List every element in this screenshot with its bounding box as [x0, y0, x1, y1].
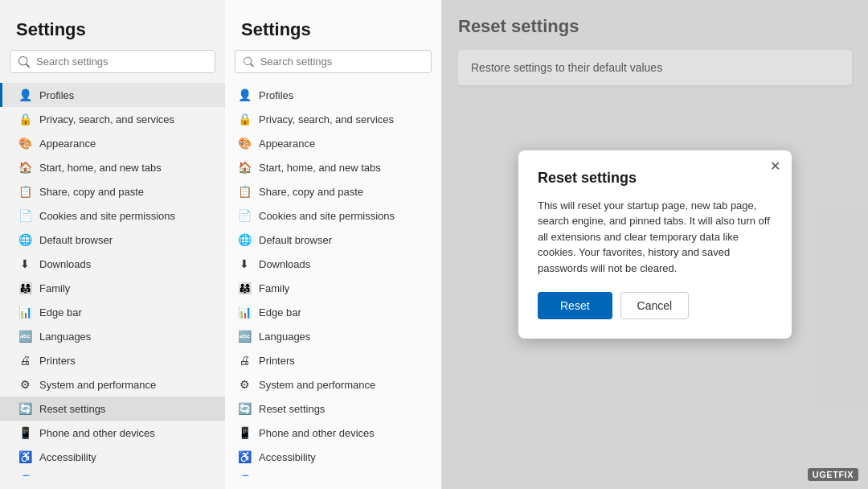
sidebar-label-accessibility: Accessibility: [39, 451, 96, 463]
sidebar-label-privacy: Privacy, search, and services: [39, 113, 174, 125]
about-edge-middle-icon: 🌀: [238, 475, 251, 476]
middle-label-profiles: Profiles: [259, 89, 293, 101]
middle-item-cookies[interactable]: 📄 Cookies and site permissions: [225, 203, 441, 228]
middle-item-languages[interactable]: 🔤 Languages: [225, 324, 441, 348]
middle-item-share-copy[interactable]: 📋 Share, copy and paste: [225, 179, 441, 203]
middle-item-profiles[interactable]: 👤 Profiles: [225, 83, 441, 107]
sidebar-item-phone-devices[interactable]: 📱 Phone and other devices: [0, 421, 225, 445]
sidebar-item-profiles[interactable]: 👤 Profiles: [0, 83, 225, 107]
sidebar-item-family[interactable]: 👨‍👩‍👧 Family: [0, 276, 225, 300]
sidebar-search-box[interactable]: [10, 50, 215, 73]
middle-label-system-performance: System and performance: [259, 379, 375, 391]
cancel-button[interactable]: Cancel: [620, 292, 690, 319]
right-panel: Reset settings Restore settings to their…: [442, 0, 868, 489]
search-icon: [18, 56, 30, 68]
downloads-icon: ⬇: [18, 257, 31, 270]
sidebar-item-default-browser[interactable]: 🌐 Default browser: [0, 228, 225, 252]
sidebar-search-input[interactable]: [36, 55, 207, 68]
sidebar-label-family: Family: [39, 282, 70, 294]
sidebar-item-downloads[interactable]: ⬇ Downloads: [0, 252, 225, 276]
middle-item-privacy[interactable]: 🔒 Privacy, search, and services: [225, 107, 441, 131]
middle-item-edge-bar[interactable]: 📊 Edge bar: [225, 300, 441, 324]
sidebar-item-appearance[interactable]: 🎨 Appearance: [0, 131, 225, 155]
accessibility-icon: ♿: [18, 450, 31, 463]
profiles-icon: 👤: [18, 88, 31, 101]
middle-nav: 👤 Profiles 🔒 Privacy, search, and servic…: [225, 83, 441, 476]
sidebar-item-printers[interactable]: 🖨 Printers: [0, 348, 225, 372]
middle-panel-title: Settings: [225, 13, 441, 50]
sidebar-item-about-edge[interactable]: 🌀 About Microsoft Edge: [0, 469, 225, 476]
edge-bar-middle-icon: 📊: [238, 306, 251, 318]
reset-button[interactable]: Reset: [538, 292, 612, 319]
sidebar-label-about-edge: About Microsoft Edge: [39, 475, 139, 477]
dialog-title: Reset settings: [538, 170, 772, 187]
sidebar-item-reset-settings[interactable]: 🔄 Reset settings: [0, 397, 225, 421]
middle-item-start-home[interactable]: 🏠 Start, home, and new tabs: [225, 155, 441, 179]
dialog-overlay: ✕ Reset settings This will reset your st…: [442, 0, 868, 489]
sidebar-item-start-home[interactable]: 🏠 Start, home, and new tabs: [0, 155, 225, 179]
cookies-middle-icon: 📄: [238, 209, 251, 222]
downloads-middle-icon: ⬇: [238, 257, 251, 270]
sidebar-label-system-performance: System and performance: [39, 379, 156, 391]
family-middle-icon: 👨‍👩‍👧: [238, 281, 251, 294]
middle-panel: Settings 👤 Profiles 🔒 Privacy, search, a…: [225, 0, 442, 489]
system-performance-middle-icon: ⚙: [238, 378, 251, 391]
middle-item-default-browser[interactable]: 🌐 Default browser: [225, 228, 441, 252]
watermark: UGETFIX: [808, 468, 858, 481]
sidebar-item-privacy[interactable]: 🔒 Privacy, search, and services: [0, 107, 225, 131]
cookies-icon: 📄: [18, 209, 31, 222]
middle-label-reset-settings: Reset settings: [259, 403, 325, 415]
privacy-middle-icon: 🔒: [238, 113, 251, 125]
family-icon: 👨‍👩‍👧: [18, 281, 31, 294]
middle-item-appearance[interactable]: 🎨 Appearance: [225, 131, 441, 155]
edge-bar-icon: 📊: [18, 306, 31, 318]
share-copy-icon: 📋: [18, 185, 31, 198]
sidebar-item-accessibility[interactable]: ♿ Accessibility: [0, 445, 225, 469]
appearance-icon: 🎨: [18, 137, 31, 150]
middle-search-input[interactable]: [260, 55, 423, 68]
about-edge-icon: 🌀: [18, 475, 31, 476]
middle-item-family[interactable]: 👨‍👩‍👧 Family: [225, 276, 441, 300]
dialog-actions: Reset Cancel: [538, 292, 772, 319]
profiles-middle-icon: 👤: [238, 88, 251, 101]
middle-label-start-home: Start, home, and new tabs: [259, 162, 381, 174]
middle-label-edge-bar: Edge bar: [259, 306, 301, 318]
appearance-middle-icon: 🎨: [238, 137, 251, 150]
sidebar-item-languages[interactable]: 🔤 Languages: [0, 324, 225, 348]
middle-label-cookies: Cookies and site permissions: [259, 210, 395, 222]
middle-label-appearance: Appearance: [259, 138, 315, 150]
middle-item-phone-devices[interactable]: 📱 Phone and other devices: [225, 421, 441, 445]
phone-devices-middle-icon: 📱: [238, 426, 251, 439]
middle-label-family: Family: [259, 282, 289, 294]
left-sidebar: Settings 👤 Profiles 🔒 Privacy, search, a…: [0, 0, 225, 489]
middle-search-box[interactable]: [235, 50, 432, 73]
middle-label-share-copy: Share, copy and paste: [259, 186, 363, 198]
sidebar-label-reset-settings: Reset settings: [39, 403, 105, 415]
middle-item-printers[interactable]: 🖨 Printers: [225, 348, 441, 372]
sidebar-label-start-home: Start, home, and new tabs: [39, 162, 162, 174]
sidebar-item-share-copy[interactable]: 📋 Share, copy and paste: [0, 179, 225, 203]
sidebar-item-edge-bar[interactable]: 📊 Edge bar: [0, 300, 225, 324]
printers-middle-icon: 🖨: [238, 354, 251, 367]
dialog-close-button[interactable]: ✕: [770, 160, 780, 173]
sidebar-title: Settings: [0, 13, 225, 50]
sidebar-label-default-browser: Default browser: [39, 234, 113, 246]
sidebar-label-edge-bar: Edge bar: [39, 306, 82, 318]
system-performance-icon: ⚙: [18, 378, 31, 391]
printers-icon: 🖨: [18, 354, 31, 367]
reset-settings-middle-icon: 🔄: [238, 402, 251, 415]
sidebar-item-cookies[interactable]: 📄 Cookies and site permissions: [0, 203, 225, 228]
middle-item-downloads[interactable]: ⬇ Downloads: [225, 252, 441, 276]
sidebar-item-system-performance[interactable]: ⚙ System and performance: [0, 372, 225, 397]
middle-item-reset-settings[interactable]: 🔄 Reset settings: [225, 397, 441, 421]
dialog-body: This will reset your startup page, new t…: [538, 198, 772, 277]
default-browser-middle-icon: 🌐: [238, 233, 251, 246]
middle-item-about-edge[interactable]: 🌀 About Microsoft Edge: [225, 469, 441, 476]
middle-item-accessibility[interactable]: ♿ Accessibility: [225, 445, 441, 469]
sidebar-label-profiles: Profiles: [39, 89, 74, 101]
sidebar-label-appearance: Appearance: [39, 138, 96, 150]
middle-search-icon: [244, 56, 254, 68]
middle-item-system-performance[interactable]: ⚙ System and performance: [225, 372, 441, 397]
sidebar-label-languages: Languages: [39, 331, 91, 343]
start-home-icon: 🏠: [18, 161, 31, 174]
